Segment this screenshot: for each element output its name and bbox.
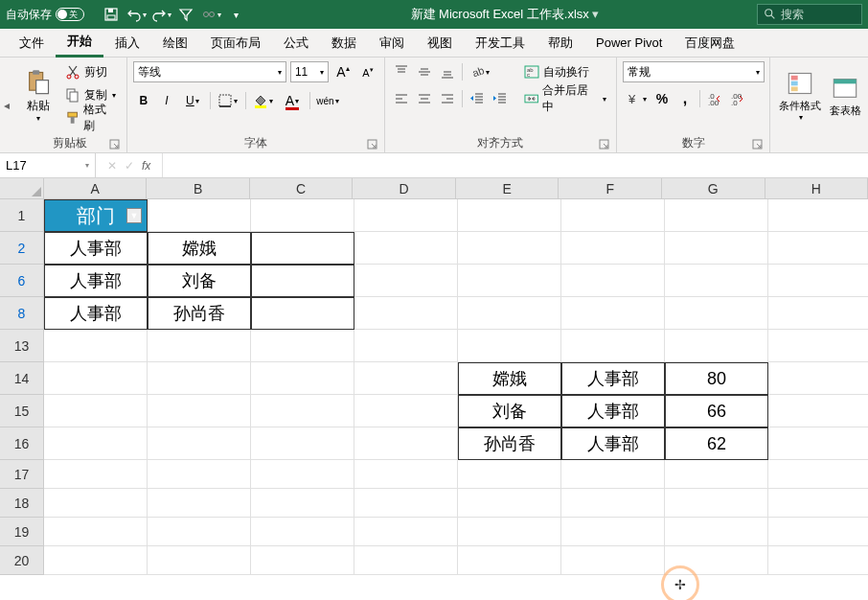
cell-D18[interactable] xyxy=(354,489,458,518)
cell-H20[interactable] xyxy=(768,546,868,575)
orientation-button[interactable]: ab▾ xyxy=(467,61,493,82)
fx-button[interactable]: fx xyxy=(142,159,150,173)
row-header-8[interactable]: 8 xyxy=(0,297,44,330)
row-header-1[interactable]: 1 xyxy=(0,199,44,232)
cell-A13[interactable] xyxy=(44,330,148,362)
comma-button[interactable]: , xyxy=(674,88,696,109)
col-header-A[interactable]: A xyxy=(44,178,148,199)
cell-C15[interactable] xyxy=(251,395,354,427)
row-header-18[interactable]: 18 xyxy=(0,489,44,518)
save-button[interactable] xyxy=(100,3,123,26)
accounting-button[interactable]: ¥▾ xyxy=(623,88,650,109)
font-name-select[interactable]: 等线▾ xyxy=(133,61,286,82)
filter-dropdown-icon[interactable]: ▼ xyxy=(126,208,142,223)
cell-A8[interactable]: 人事部 xyxy=(44,297,148,330)
cell-B14[interactable] xyxy=(148,362,251,395)
table-format-button[interactable]: 套表格 xyxy=(828,61,862,130)
increase-decimal-button[interactable]: .0.00 xyxy=(704,88,725,109)
number-format-select[interactable]: 常规▾ xyxy=(623,61,765,82)
cell-B19[interactable] xyxy=(148,518,251,546)
ribbon-scroll-left[interactable]: ◂ xyxy=(0,58,13,152)
cell-G6[interactable] xyxy=(665,265,768,297)
cell-C18[interactable] xyxy=(251,489,354,518)
cell-C8[interactable] xyxy=(251,297,354,330)
cell-G18[interactable] xyxy=(665,489,768,518)
cell-D19[interactable] xyxy=(354,518,458,546)
increase-indent-button[interactable] xyxy=(490,88,511,109)
italic-button[interactable]: I xyxy=(156,90,177,111)
cell-E19[interactable] xyxy=(458,518,561,546)
name-box[interactable]: L17▾ xyxy=(0,153,96,177)
cell-C1[interactable] xyxy=(251,199,354,232)
cut-button[interactable]: 剪切 xyxy=(61,61,121,82)
decrease-decimal-button[interactable]: .00.0 xyxy=(727,88,748,109)
cell-D20[interactable] xyxy=(354,546,458,575)
tab-layout[interactable]: 页面布局 xyxy=(199,29,272,58)
font-launcher[interactable] xyxy=(367,139,378,150)
align-left-button[interactable] xyxy=(391,88,412,109)
tab-powerpivot[interactable]: Power Pivot xyxy=(584,29,674,58)
cell-D13[interactable] xyxy=(354,330,458,362)
cell-F2[interactable] xyxy=(561,232,665,265)
font-size-select[interactable]: 11▾ xyxy=(290,61,329,82)
cell-F17[interactable] xyxy=(561,460,665,489)
cell-C2[interactable] xyxy=(251,232,354,265)
row-header-16[interactable]: 16 xyxy=(0,427,44,460)
cell-C16[interactable] xyxy=(251,427,354,460)
number-launcher[interactable] xyxy=(752,139,764,150)
cell-C20[interactable] xyxy=(251,546,354,575)
cell-H16[interactable] xyxy=(768,427,868,460)
cell-F16[interactable]: 人事部 xyxy=(561,427,665,460)
cell-F6[interactable] xyxy=(561,265,665,297)
filter-qat-button[interactable] xyxy=(174,3,197,26)
cell-B6[interactable]: 刘备 xyxy=(148,265,251,297)
wrap-text-button[interactable]: abc自动换行 xyxy=(520,61,610,82)
cell-G15[interactable]: 66 xyxy=(665,395,768,427)
row-header-15[interactable]: 15 xyxy=(0,395,44,427)
cell-F14[interactable]: 人事部 xyxy=(561,362,665,395)
select-all-corner[interactable] xyxy=(0,178,44,199)
cell-H14[interactable] xyxy=(768,362,868,395)
format-painter-button[interactable]: 格式刷 xyxy=(61,107,121,128)
tab-dev[interactable]: 开发工具 xyxy=(464,29,537,58)
cell-B2[interactable]: 嫦娥 xyxy=(148,232,251,265)
cell-H18[interactable] xyxy=(768,489,868,518)
cell-G13[interactable] xyxy=(665,330,768,362)
cell-B17[interactable] xyxy=(148,460,251,489)
tab-draw[interactable]: 绘图 xyxy=(151,29,199,58)
cell-D15[interactable] xyxy=(354,395,458,427)
cell-G8[interactable] xyxy=(665,297,768,330)
col-header-C[interactable]: C xyxy=(250,178,354,199)
conditional-format-button[interactable]: 条件格式▾ xyxy=(776,61,824,130)
fill-color-button[interactable]: ▾ xyxy=(250,90,277,111)
cell-F19[interactable] xyxy=(561,518,665,546)
undo-button[interactable]: ▾ xyxy=(125,3,148,26)
tab-view[interactable]: 视图 xyxy=(416,29,464,58)
align-launcher[interactable] xyxy=(599,139,610,150)
col-header-F[interactable]: F xyxy=(559,178,662,199)
clipboard-launcher[interactable] xyxy=(109,139,121,150)
cell-A17[interactable] xyxy=(44,460,148,489)
increase-font-button[interactable]: A▴ xyxy=(332,61,354,82)
tab-baidu[interactable]: 百度网盘 xyxy=(674,29,746,58)
decrease-indent-button[interactable] xyxy=(467,88,488,109)
col-header-H[interactable]: H xyxy=(765,178,868,199)
formula-input[interactable] xyxy=(163,153,868,177)
cell-B1[interactable] xyxy=(148,199,251,232)
cell-D16[interactable] xyxy=(354,427,458,460)
cell-H15[interactable] xyxy=(768,395,868,427)
percent-button[interactable]: % xyxy=(651,88,673,109)
row-header-20[interactable]: 20 xyxy=(0,546,44,575)
decrease-font-button[interactable]: A▾ xyxy=(357,61,378,82)
autosave-toggle[interactable]: 自动保存 关 xyxy=(0,7,94,23)
merge-center-button[interactable]: 合并后居中▾ xyxy=(520,88,610,109)
row-header-13[interactable]: 13 xyxy=(0,330,44,362)
spreadsheet-grid[interactable]: ABCDEFGH 12681314151617181920 部门▼姓名▼考核得分… xyxy=(0,178,868,596)
cell-D8[interactable] xyxy=(354,297,458,330)
cell-F13[interactable] xyxy=(561,330,665,362)
cell-C6[interactable] xyxy=(251,265,354,297)
cell-H17[interactable] xyxy=(768,460,868,489)
cell-D2[interactable] xyxy=(354,232,458,265)
tab-data[interactable]: 数据 xyxy=(320,29,368,58)
search-box[interactable]: 搜索 xyxy=(757,4,862,25)
